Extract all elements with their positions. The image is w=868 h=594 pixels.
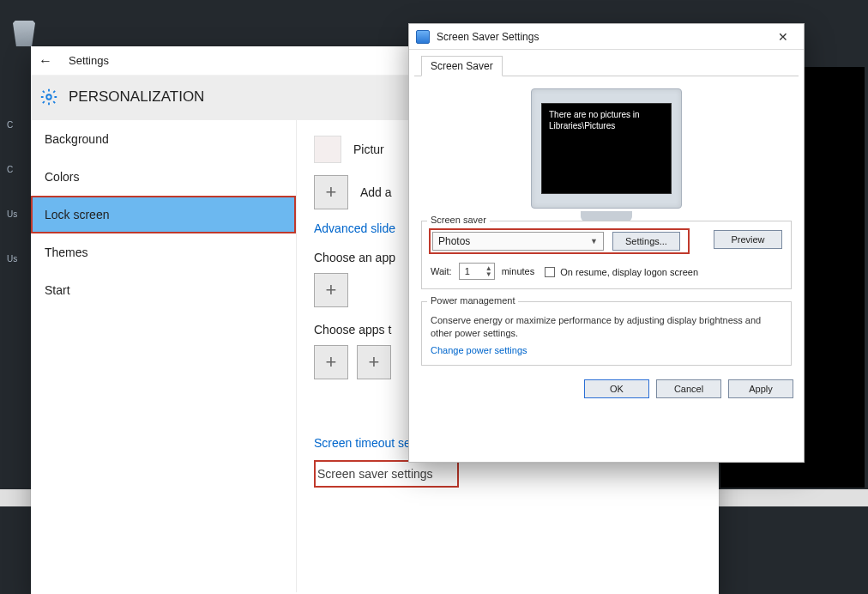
window-title: Settings: [69, 54, 109, 67]
wait-label: Wait:: [431, 266, 452, 276]
group-label: Screen saver: [427, 215, 490, 225]
dialog-title: Screen Saver Settings: [437, 31, 539, 43]
sidebar-item-lock-screen[interactable]: Lock screen: [31, 196, 296, 233]
wait-value: 1: [465, 266, 470, 276]
dialog-titlebar: Screen Saver Settings ✕: [409, 24, 804, 50]
sidebar-item-background[interactable]: Background: [31, 120, 296, 158]
power-management-group: Power management Conserve energy or maxi…: [421, 301, 792, 366]
spinner-arrows-icon[interactable]: ▲▼: [485, 265, 492, 277]
add-label: Add a: [360, 185, 392, 199]
screen-saver-dialog: Screen Saver Settings ✕ Screen Saver The…: [409, 24, 804, 462]
apply-button[interactable]: Apply: [728, 379, 793, 398]
screen-saver-select[interactable]: Photos ▼: [432, 232, 604, 251]
preview-button[interactable]: Preview: [714, 230, 782, 249]
picture-thumbnail[interactable]: [314, 136, 341, 163]
back-arrow-icon[interactable]: ←: [38, 53, 53, 69]
preview-message: There are no pictures in Libraries\Pictu…: [541, 103, 672, 194]
screen-saver-group: Screen saver Photos ▼ Settings... Previe…: [421, 221, 792, 289]
choose-apps-add-button-2[interactable]: +: [357, 345, 391, 379]
desktop-side-labels: C C Us Us: [7, 120, 27, 299]
resume-checkbox[interactable]: [545, 267, 555, 277]
settings-button[interactable]: Settings...: [612, 232, 680, 251]
svg-point-0: [46, 94, 51, 100]
wait-unit: minutes: [502, 266, 535, 276]
wait-spinner[interactable]: 1 ▲▼: [459, 263, 495, 280]
choose-apps-add-button-1[interactable]: +: [314, 345, 348, 379]
sidebar-item-colors[interactable]: Colors: [31, 158, 296, 196]
page-title: PERSONALIZATION: [69, 88, 204, 106]
monitor-preview: There are no pictures in Libraries\Pictu…: [531, 88, 682, 209]
close-icon[interactable]: ✕: [768, 27, 799, 47]
select-value: Photos: [438, 235, 470, 247]
resume-label: On resume, display logon screen: [560, 267, 698, 277]
tab-screen-saver[interactable]: Screen Saver: [421, 56, 503, 76]
change-power-settings-link[interactable]: Change power settings: [431, 345, 527, 355]
sidebar-item-themes[interactable]: Themes: [31, 233, 296, 271]
pm-group-label: Power management: [427, 295, 518, 306]
screen-saver-settings-link[interactable]: Screen saver settings: [314, 460, 459, 488]
pm-description: Conserve energy or maximize performance …: [431, 314, 782, 340]
monitor-icon: [416, 30, 430, 44]
dialog-tabstrip: Screen Saver: [414, 50, 799, 76]
choose-app-add-button[interactable]: +: [314, 273, 348, 307]
ok-button[interactable]: OK: [584, 379, 649, 398]
cancel-button[interactable]: Cancel: [656, 379, 721, 398]
trash-icon: [13, 21, 35, 46]
dialog-buttons: OK Cancel Apply: [409, 371, 804, 407]
picture-label: Pictur: [353, 142, 384, 156]
settings-sidebar: Background Colors Lock screen Themes Sta…: [31, 120, 297, 592]
sidebar-item-start[interactable]: Start: [31, 271, 296, 309]
gear-icon: [39, 88, 58, 106]
chevron-down-icon: ▼: [590, 237, 598, 245]
add-picture-button[interactable]: +: [314, 175, 348, 209]
